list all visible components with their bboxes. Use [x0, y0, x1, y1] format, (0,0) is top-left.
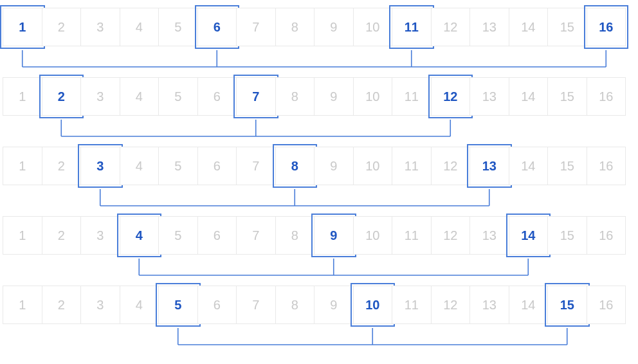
cell-label: 10	[365, 228, 379, 243]
cell: 16	[587, 77, 626, 116]
cell-label: 15	[560, 228, 574, 243]
cell: 14	[509, 216, 549, 255]
cell: 4	[120, 216, 160, 255]
cell: 10	[353, 8, 393, 46]
cell: 4	[120, 286, 160, 324]
cell-label: 5	[174, 89, 181, 104]
cell-label: 6	[214, 228, 221, 243]
cell-label: 2	[58, 298, 65, 313]
cell: 8	[275, 286, 315, 324]
cell: 15	[547, 286, 587, 324]
row-group-3: 1 2 3 4 5 6 7 8 9 10 11 12 13 14 15 16	[3, 147, 635, 185]
row-1: 1 2 3 4 5 6 7 8 9 10 11 12 13 14 15 16	[3, 8, 635, 46]
cell: 14	[509, 286, 549, 324]
cell: 8	[275, 147, 315, 185]
cell: 12	[431, 77, 471, 116]
cell: 3	[80, 77, 120, 116]
cell: 6	[197, 286, 237, 324]
row-group-5: 1 2 3 4 5 6 7 8 9 10 11 12 13 14 15 16	[3, 286, 635, 324]
cell-label: 4	[136, 228, 143, 243]
cell-label: 7	[252, 159, 259, 174]
cell: 14	[509, 147, 549, 185]
cell: 10	[353, 216, 393, 255]
cell-label: 9	[330, 20, 337, 35]
cell: 4	[120, 8, 160, 46]
cell: 11	[392, 8, 432, 46]
cell-label: 6	[214, 20, 221, 35]
cell: 7	[236, 8, 276, 46]
cell: 7	[236, 147, 276, 185]
cell: 2	[42, 77, 82, 116]
cell-label: 14	[521, 228, 535, 243]
cell-label: 3	[96, 159, 104, 174]
row-group-2: 1 2 3 4 5 6 7 8 9 10 11 12 13 14 15 16	[3, 77, 635, 116]
cell: 3	[80, 286, 120, 324]
cell: 10	[353, 77, 393, 116]
cell-label: 5	[174, 159, 181, 174]
cell-label: 14	[521, 20, 535, 35]
cell: 7	[236, 216, 276, 255]
cell: 16	[587, 286, 626, 324]
cell: 10	[353, 286, 393, 324]
cell: 9	[314, 147, 354, 185]
row-5: 1 2 3 4 5 6 7 8 9 10 11 12 13 14 15 16	[3, 286, 635, 324]
cell-label: 12	[443, 159, 457, 174]
cell-label: 8	[291, 20, 298, 35]
cell-label: 9	[330, 159, 337, 174]
connector-3	[3, 185, 635, 211]
cell-label: 3	[96, 89, 104, 104]
cell-label: 7	[252, 298, 259, 313]
connector-1	[3, 46, 635, 72]
cell-label: 10	[365, 20, 379, 35]
cell-label: 1	[19, 298, 26, 313]
cell-label: 12	[443, 228, 457, 243]
connector-5	[3, 324, 635, 350]
cell: 15	[547, 147, 587, 185]
cell-label: 1	[19, 89, 26, 104]
cell-label: 15	[560, 159, 574, 174]
cell: 13	[469, 286, 509, 324]
cell-label: 8	[291, 89, 298, 104]
cell-label: 10	[365, 89, 379, 104]
cell: 6	[197, 216, 237, 255]
cell-label: 13	[482, 20, 497, 35]
cell-label: 1	[19, 228, 26, 243]
cell: 14	[509, 77, 549, 116]
cell-label: 13	[482, 298, 497, 313]
cell: 1	[3, 77, 42, 116]
cell-label: 1	[19, 20, 26, 35]
cell-label: 11	[405, 228, 419, 243]
cell-label: 5	[174, 298, 181, 313]
cell-label: 13	[482, 89, 497, 104]
cell-label: 4	[136, 298, 143, 313]
cell-label: 12	[443, 20, 457, 35]
cell-label: 6	[214, 89, 221, 104]
cell-label: 7	[252, 89, 259, 104]
cell-label: 9	[330, 298, 337, 313]
cell-label: 15	[560, 89, 574, 104]
cell-label: 16	[599, 228, 613, 243]
cell: 8	[275, 216, 315, 255]
cell: 2	[42, 8, 82, 46]
cell-label: 13	[482, 228, 497, 243]
cell: 2	[42, 286, 82, 324]
cell: 1	[3, 216, 42, 255]
cell: 6	[197, 8, 237, 46]
row-group-4: 1 2 3 4 5 6 7 8 9 10 11 12 13 14 15 16	[3, 216, 635, 255]
cell-label: 6	[214, 159, 221, 174]
cell-label: 12	[443, 298, 457, 313]
connector-4	[3, 255, 635, 280]
cell: 12	[431, 286, 471, 324]
cell-label: 14	[521, 159, 535, 174]
cell: 2	[42, 147, 82, 185]
cell: 3	[80, 216, 120, 255]
cell: 11	[392, 77, 432, 116]
cell: 5	[158, 147, 198, 185]
connector-2	[3, 116, 635, 141]
cell: 15	[547, 8, 587, 46]
cell: 11	[392, 286, 432, 324]
cell: 1	[3, 147, 42, 185]
cell: 10	[353, 147, 393, 185]
cell: 16	[587, 147, 626, 185]
cell: 12	[431, 216, 471, 255]
